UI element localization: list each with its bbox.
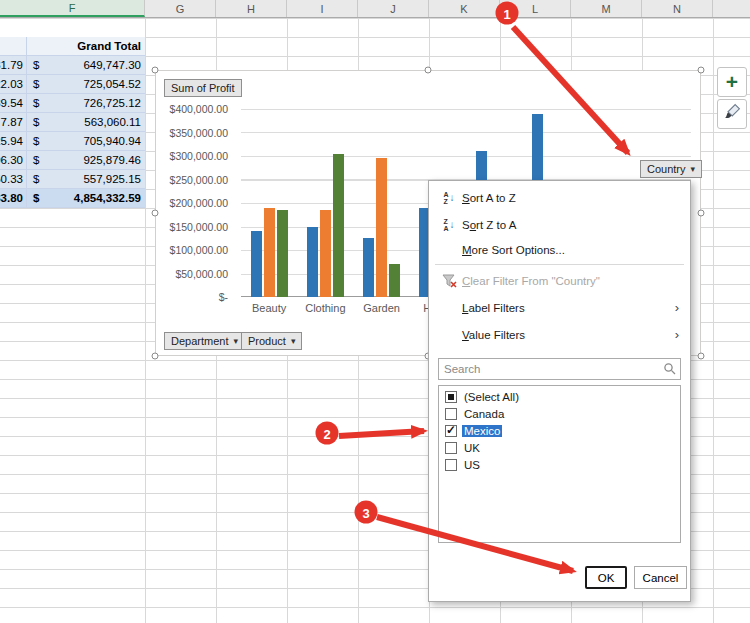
amount-value: 925,879.46 [83,154,141,166]
y-tick: $50,000.00 [175,268,228,280]
table-row[interactable]: 39.54 $726,725.12 [0,94,145,113]
cell-partial-value[interactable]: 50.33 [0,170,27,188]
cell-amount[interactable]: $705,940.94 [27,132,145,150]
checkbox-indeterminate[interactable] [445,391,457,403]
table-row-grand-total[interactable]: 33.80 $4,854,332.59 [0,189,145,208]
column-header-l[interactable]: L [500,0,571,17]
filter-option-canada[interactable]: Canada [439,405,680,422]
checkbox-unchecked[interactable] [445,442,457,454]
column-header-h[interactable]: H [216,0,287,17]
option-label: UK [462,442,482,454]
cell-partial-value[interactable]: 96.30 [0,151,27,169]
table-row[interactable]: Grand Total [0,37,145,56]
grand-total-header: Grand Total [77,40,141,52]
category-group: Clothing [297,109,353,297]
menu-item-label-filters[interactable]: Label Filters › [429,294,690,321]
table-row[interactable]: 25.94 $705,940.94 [0,132,145,151]
amount-value: 4,854,332.59 [74,192,141,204]
cell-amount[interactable]: $649,747.30 [27,56,145,74]
menu-item-value-filters[interactable]: Value Filters › [429,321,690,348]
column-header-filler [713,0,750,17]
cell-partial-value[interactable]: 7.87 [0,113,27,131]
y-tick: $350,000.00 [170,127,228,139]
table-row[interactable]: 31.79 $649,747.30 [0,56,145,75]
submenu-chevron-icon: › [675,326,679,341]
table-row[interactable]: 50.33 $557,925.15 [0,170,145,189]
cell-amount[interactable]: $4,854,332.59 [27,189,145,207]
filter-option-mexico[interactable]: Mexico [439,422,680,439]
filter-option-select-all[interactable]: (Select All) [439,388,680,405]
resize-handle-right-mid[interactable] [698,210,705,217]
chart-elements-button[interactable]: + [717,67,747,97]
department-field-button[interactable]: Department [164,332,245,350]
table-row[interactable]: 96.30 $925,879.46 [0,151,145,170]
cell-amount[interactable]: $563,060.11 [27,113,145,131]
sort-za-icon: ZA↓ [436,218,462,232]
bar[interactable] [363,238,374,297]
currency-symbol: $ [33,173,39,185]
cell-amount[interactable]: $557,925.15 [27,170,145,188]
bar[interactable] [376,158,387,297]
cell-amount[interactable]: $726,725.12 [27,94,145,112]
filter-option-us[interactable]: US [439,456,680,473]
resize-handle-top-right[interactable] [698,67,705,74]
currency-symbol: $ [33,59,39,71]
pivot-table: Grand Total 31.79 $649,747.30 22.03 $725… [0,37,145,208]
bar[interactable] [264,208,275,297]
excel-window: { "sheet": { "columns": ["F", "G", "H", … [0,0,750,623]
cell-partial-value[interactable]: 22.03 [0,75,27,93]
value-axis[interactable]: $400,000.00 $350,000.00 $300,000.00 $250… [156,71,234,355]
sort-az-icon: AZ↓ [436,191,462,205]
column-header-g[interactable]: G [145,0,216,17]
cell-partial-value[interactable]: 33.80 [0,189,27,207]
bar[interactable] [389,264,400,297]
filter-value-list: (Select All) Canada Mexico UK US [438,385,681,543]
checkbox-checked[interactable] [445,425,457,437]
cell-empty[interactable] [0,37,27,55]
bar[interactable] [251,231,262,297]
menu-item-sort-z-to-a[interactable]: ZA↓ Sort Z to A [429,211,690,238]
filter-option-uk[interactable]: UK [439,439,680,456]
chart-styles-button[interactable] [717,99,747,129]
cell-partial-value[interactable]: 31.79 [0,56,27,74]
checkbox-unchecked[interactable] [445,459,457,471]
column-header-i[interactable]: I [287,0,358,17]
bar[interactable] [277,210,288,297]
currency-symbol: $ [33,116,39,128]
column-header-f[interactable]: F [0,0,145,17]
resize-handle-top-mid[interactable] [425,67,432,74]
product-field-button[interactable]: Product [241,332,302,350]
resize-handle-left-mid[interactable] [152,210,159,217]
cell-amount[interactable]: $925,879.46 [27,151,145,169]
resize-handle-bottom-left[interactable] [152,353,159,360]
category-group: Beauty [241,109,297,297]
table-row[interactable]: 7.87 $563,060.11 [0,113,145,132]
ok-button[interactable]: OK [585,566,627,589]
cell-partial-value[interactable]: 39.54 [0,94,27,112]
y-tick: $150,000.00 [170,221,228,233]
column-header-n[interactable]: N [642,0,713,17]
menu-separator [435,264,684,265]
menu-item-sort-a-to-z[interactable]: AZ↓ Sort A to Z [429,184,690,211]
amount-value: 557,925.15 [83,173,141,185]
resize-handle-bottom-right[interactable] [698,353,705,360]
search-input[interactable] [438,358,681,380]
cell-partial-value[interactable]: 25.94 [0,132,27,150]
bar[interactable] [333,154,344,297]
menu-item-more-sort-options[interactable]: More Sort Options... [429,238,690,262]
column-header-j[interactable]: J [358,0,429,17]
table-row[interactable]: 22.03 $725,054.52 [0,75,145,94]
cell-amount[interactable]: $725,054.52 [27,75,145,93]
column-header-row: F G H I J K L M N [0,0,750,18]
country-filter-button[interactable]: Country [640,160,702,178]
resize-handle-top-left[interactable] [152,67,159,74]
bar[interactable] [320,210,331,297]
cancel-button[interactable]: Cancel [634,566,687,589]
currency-symbol: $ [33,192,39,204]
bar[interactable] [307,227,318,298]
column-header-k[interactable]: K [429,0,500,17]
submenu-chevron-icon: › [675,299,679,314]
column-header-m[interactable]: M [571,0,642,17]
paintbrush-icon [723,103,741,125]
checkbox-unchecked[interactable] [445,408,457,420]
